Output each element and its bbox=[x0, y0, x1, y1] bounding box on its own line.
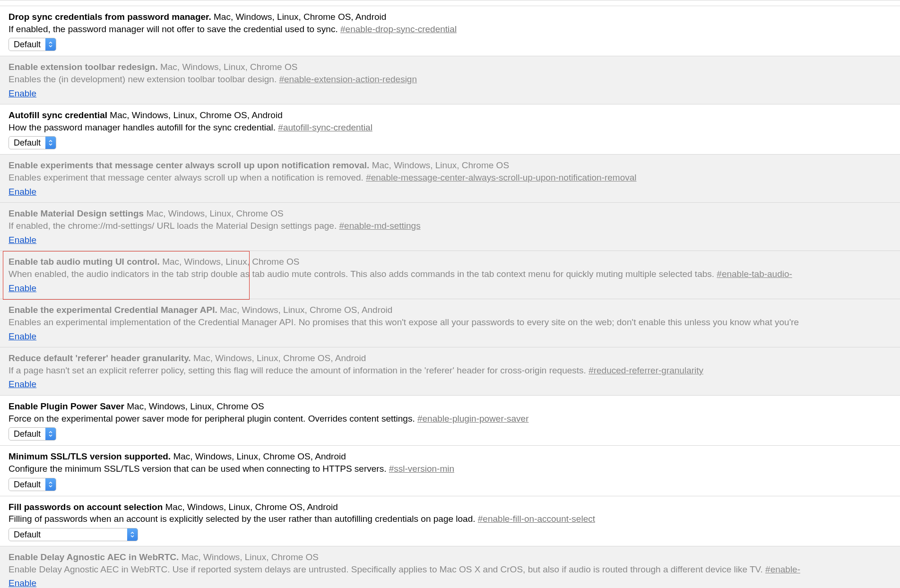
flag-permalink[interactable]: #enable-fill-on-account-select bbox=[478, 514, 595, 524]
flag-description: Force on the experimental power saver mo… bbox=[9, 414, 415, 424]
flag-title: Fill passwords on account selection bbox=[9, 502, 163, 512]
select-value: Default bbox=[9, 428, 45, 440]
enable-link[interactable]: Enable bbox=[9, 234, 36, 246]
chevron-updown-icon[interactable] bbox=[45, 137, 56, 149]
flag-description: If enabled, the chrome://md-settings/ UR… bbox=[9, 221, 337, 231]
flag-permalink[interactable]: #enable-md-settings bbox=[339, 221, 421, 231]
chevron-updown-icon[interactable] bbox=[45, 478, 56, 491]
flag-md-settings: Enable Material Design settings Mac, Win… bbox=[0, 202, 900, 251]
flag-drop-sync: Drop sync credentials from password mana… bbox=[0, 6, 900, 56]
flag-title: Minimum SSL/TLS version supported. bbox=[9, 451, 171, 461]
enable-link[interactable]: Enable bbox=[9, 330, 36, 343]
flag-select[interactable]: Default bbox=[9, 528, 138, 541]
flag-tab-audio-mute: Enable tab audio muting UI control. Mac,… bbox=[0, 251, 900, 299]
flag-description: Enables an experimental implementation o… bbox=[9, 317, 799, 327]
flag-title: Enable the experimental Credential Manag… bbox=[9, 305, 217, 315]
enable-link[interactable]: Enable bbox=[9, 87, 36, 100]
flag-description: Enables the (in development) new extensi… bbox=[9, 74, 277, 84]
flag-plugin-power: Enable Plugin Power Saver Mac, Windows, … bbox=[0, 395, 900, 445]
flag-description: Enable Delay Agnostic AEC in WebRTC. Use… bbox=[9, 564, 763, 574]
flag-title: Enable Plugin Power Saver bbox=[9, 401, 124, 411]
flag-platforms: Mac, Windows, Linux, Chrome OS, Android bbox=[173, 451, 346, 461]
flag-platforms: Mac, Windows, Linux, Chrome OS bbox=[146, 208, 283, 218]
flag-title: Enable experiments that message center a… bbox=[9, 160, 369, 170]
flag-description: Enables experiment that message center a… bbox=[9, 173, 363, 182]
flag-permalink[interactable]: #autofill-sync-credential bbox=[278, 122, 372, 132]
flag-title: Enable Delay Agnostic AEC in WebRTC. bbox=[9, 552, 179, 562]
select-value: Default bbox=[9, 528, 127, 541]
flag-platforms: Mac, Windows, Linux, Chrome OS, Android bbox=[165, 502, 338, 512]
enable-link[interactable]: Enable bbox=[9, 378, 36, 390]
flag-platforms: Mac, Windows, Linux, Chrome OS, Android bbox=[214, 12, 386, 22]
flag-credential-mgr: Enable the experimental Credential Manag… bbox=[0, 299, 900, 347]
flag-referer: Reduce default 'referer' header granular… bbox=[0, 347, 900, 395]
flag-description: When enabled, the audio indicators in th… bbox=[9, 269, 714, 279]
flag-title: Reduce default 'referer' header granular… bbox=[9, 353, 191, 363]
flag-permalink[interactable]: #enable-plugin-power-saver bbox=[417, 414, 529, 424]
flag-permalink[interactable]: #enable-drop-sync-credential bbox=[340, 24, 457, 34]
flag-title: Autofill sync credential bbox=[9, 110, 107, 120]
flag-permalink[interactable]: #enable-tab-audio- bbox=[717, 269, 792, 279]
flag-select[interactable]: Default bbox=[9, 427, 56, 441]
chevron-updown-icon[interactable] bbox=[127, 528, 138, 541]
divider bbox=[0, 0, 900, 6]
flag-select[interactable]: Default bbox=[9, 136, 56, 149]
flag-description: Filling of passwords when an account is … bbox=[9, 514, 476, 524]
flag-description: If a page hasn't set an explicit referre… bbox=[9, 365, 586, 375]
flag-platforms: Mac, Windows, Linux, Chrome OS bbox=[162, 257, 299, 267]
flag-permalink[interactable]: #ssl-version-min bbox=[389, 464, 454, 474]
flag-select[interactable]: Default bbox=[9, 478, 56, 491]
flag-autofill-sync: Autofill sync credential Mac, Windows, L… bbox=[0, 104, 900, 154]
select-value: Default bbox=[9, 38, 45, 51]
flag-platforms: Mac, Windows, Linux, Chrome OS, Android bbox=[220, 305, 392, 315]
flag-platforms: Mac, Windows, Linux, Chrome OS bbox=[372, 160, 509, 170]
enable-link[interactable]: Enable bbox=[9, 577, 36, 588]
flag-msg-center-scroll: Enable experiments that message center a… bbox=[0, 154, 900, 202]
flag-aec: Enable Delay Agnostic AEC in WebRTC. Mac… bbox=[0, 546, 900, 588]
flag-title: Drop sync credentials from password mana… bbox=[9, 12, 211, 22]
flag-platforms: Mac, Windows, Linux, Chrome OS bbox=[182, 552, 319, 562]
flag-title: Enable tab audio muting UI control. bbox=[9, 257, 160, 267]
flag-platforms: Mac, Windows, Linux, Chrome OS bbox=[160, 62, 297, 72]
flag-permalink[interactable]: #enable-message-center-always-scroll-up-… bbox=[366, 173, 636, 182]
flag-fill-on-select: Fill passwords on account selection Mac,… bbox=[0, 496, 900, 546]
flag-ssl-min: Minimum SSL/TLS version supported. Mac, … bbox=[0, 445, 900, 495]
flag-permalink[interactable]: #enable-extension-action-redesign bbox=[279, 74, 417, 84]
chevron-updown-icon[interactable] bbox=[45, 428, 56, 440]
flag-title: Enable extension toolbar redesign. bbox=[9, 62, 158, 72]
flag-platforms: Mac, Windows, Linux, Chrome OS, Android bbox=[193, 353, 366, 363]
flag-platforms: Mac, Windows, Linux, Chrome OS, Android bbox=[110, 110, 282, 120]
flag-description: Configure the minimum SSL/TLS version th… bbox=[9, 464, 386, 474]
flag-select[interactable]: Default bbox=[9, 38, 56, 51]
flag-permalink[interactable]: #enable- bbox=[765, 564, 800, 574]
flag-ext-toolbar: Enable extension toolbar redesign. Mac, … bbox=[0, 56, 900, 104]
select-value: Default bbox=[9, 137, 45, 149]
flag-permalink[interactable]: #reduced-referrer-granularity bbox=[588, 365, 703, 375]
flag-title: Enable Material Design settings bbox=[9, 208, 144, 218]
chevron-updown-icon[interactable] bbox=[45, 38, 56, 51]
enable-link[interactable]: Enable bbox=[9, 186, 36, 198]
flag-description: If enabled, the password manager will no… bbox=[9, 24, 338, 34]
flag-platforms: Mac, Windows, Linux, Chrome OS bbox=[127, 401, 264, 411]
select-value: Default bbox=[9, 478, 45, 491]
enable-link[interactable]: Enable bbox=[9, 282, 36, 294]
flag-description: How the password manager handles autofil… bbox=[9, 122, 276, 132]
